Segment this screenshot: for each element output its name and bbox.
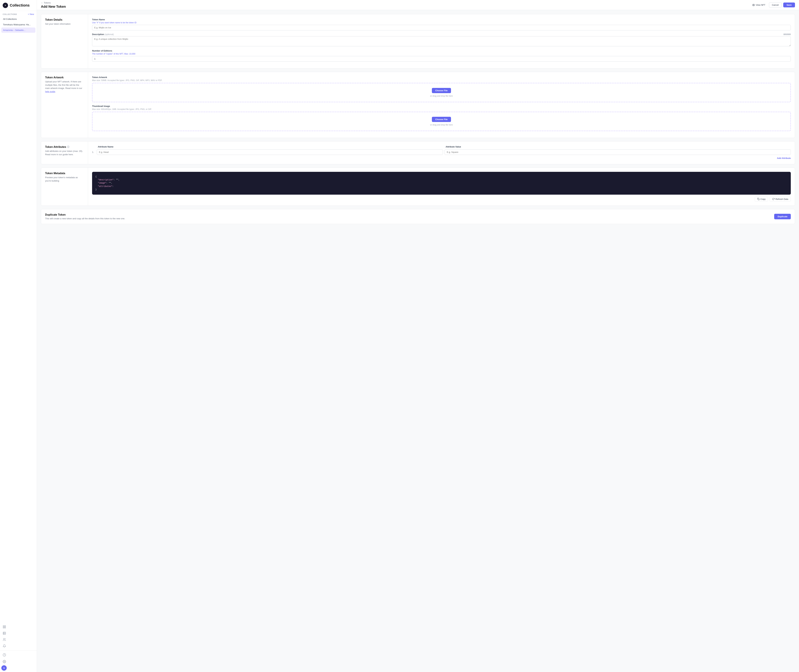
- sidebar-icon-clock[interactable]: [2, 652, 7, 658]
- token-name-input[interactable]: [92, 25, 791, 30]
- new-collection-button[interactable]: + New: [28, 13, 34, 16]
- copy-icon: [757, 198, 760, 200]
- thumbnail-drop-zone[interactable]: Choose File or drag and drop file here: [92, 112, 791, 131]
- editions-group: Number of Editions The number of "copies…: [92, 50, 791, 62]
- editions-input[interactable]: [92, 56, 791, 62]
- save-button[interactable]: Save: [783, 3, 795, 7]
- breadcrumb: ← Tokens: [41, 2, 66, 4]
- sidebar-section-header: COLLECTIONS + New: [0, 11, 37, 16]
- token-metadata-section: Token Metadata Preview your token's meta…: [41, 168, 795, 206]
- refresh-icon: [772, 198, 775, 200]
- svg-point-11: [753, 5, 754, 5]
- token-metadata-left: Token Metadata Preview your token's meta…: [41, 168, 88, 206]
- app-title: Collections: [10, 3, 30, 8]
- attr-value-col-label: Attribute Value: [446, 146, 791, 148]
- token-details-left: Token Details Set your token information: [41, 14, 88, 68]
- token-artwork-left: Token Artwork Upload your NFT artwork. I…: [41, 72, 88, 138]
- svg-rect-1: [5, 626, 6, 627]
- help-guide-link[interactable]: help guide: [45, 90, 55, 93]
- editions-label: Number of Editions: [92, 50, 791, 52]
- token-attributes-title: Token Attributes ⓘ: [45, 146, 84, 149]
- token-attributes-desc: Add attributes on your token (max: 20). …: [45, 149, 84, 156]
- svg-rect-4: [3, 632, 6, 635]
- sidebar-item-all-collections[interactable]: All Collections: [2, 16, 35, 22]
- sidebar-section-label: COLLECTIONS: [3, 13, 17, 15]
- svg-rect-2: [5, 627, 6, 628]
- top-bar: ← Tokens Add New Token View NFT Cancel S…: [37, 0, 799, 10]
- token-metadata-right: { "description": "", "image": "", "attri…: [88, 168, 795, 206]
- choose-file-thumbnail-button[interactable]: Choose File: [432, 117, 451, 122]
- token-artwork-desc: Upload your NFT artwork. If there are mu…: [45, 80, 84, 93]
- svg-point-8: [3, 638, 5, 640]
- duplicate-button[interactable]: Duplicate: [774, 214, 791, 219]
- breadcrumb-back[interactable]: ← Tokens: [41, 2, 51, 4]
- duplicate-info: Duplicate Token This will create a new t…: [45, 213, 125, 220]
- description-label: Description (optional) 800/800: [92, 33, 791, 35]
- metadata-line-1: {: [96, 175, 788, 178]
- artwork-drop-text: or drag and drop file here: [430, 95, 453, 97]
- top-bar-actions: View NFT Cancel Save: [750, 2, 795, 8]
- choose-file-artwork-button[interactable]: Choose File: [432, 88, 451, 93]
- eye-icon: [752, 4, 755, 6]
- sidebar-item-amazonia[interactable]: Amazonia – Sebastio...: [2, 27, 35, 33]
- token-details-section: Token Details Set your token information…: [41, 14, 795, 69]
- sidebar-icon-settings[interactable]: [2, 659, 7, 665]
- token-details-right: Token Name Use "#" if you want token nam…: [88, 14, 795, 68]
- token-name-group: Token Name Use "#" if you want token nam…: [92, 18, 791, 30]
- app-logo-icon: ✦: [3, 3, 8, 8]
- user-avatar[interactable]: S: [2, 665, 7, 670]
- attributes-info-icon: ⓘ: [67, 146, 69, 149]
- thumbnail-hint: Max size: 800x800px; 1MB. Accepted file …: [92, 108, 791, 110]
- duplicate-title: Duplicate Token: [45, 213, 125, 216]
- thumbnail-label: Thumbnail Image: [92, 105, 791, 107]
- artwork-label: Token Artwork: [92, 76, 791, 78]
- svg-rect-12: [758, 199, 759, 200]
- attr-name-col-label: Attribute Name: [98, 146, 443, 148]
- svg-point-10: [4, 661, 5, 662]
- metadata-line-2: "description": "",: [96, 178, 788, 182]
- sidebar-icon-grid[interactable]: [2, 624, 7, 630]
- metadata-line-5: }: [96, 188, 788, 191]
- metadata-line-3: "image": "",: [96, 182, 788, 185]
- token-artwork-section: Token Artwork Upload your NFT artwork. I…: [41, 72, 795, 138]
- token-artwork-title: Token Artwork: [45, 76, 84, 79]
- description-input[interactable]: [92, 36, 791, 46]
- description-group: Description (optional) 800/800: [92, 33, 791, 47]
- add-attribute-button[interactable]: Add Attribute: [777, 156, 791, 160]
- artwork-upload-group: Token Artwork Max size: 50MB. Accepted f…: [92, 76, 791, 102]
- sidebar-icon-table[interactable]: [2, 630, 7, 636]
- artwork-drop-zone[interactable]: Choose File or drag and drop file here: [92, 83, 791, 102]
- token-metadata-title: Token Metadata: [45, 172, 84, 175]
- sidebar-icon-users[interactable]: [2, 637, 7, 643]
- sidebar-icon-nav: [0, 622, 37, 650]
- sidebar-icon-bell[interactable]: [2, 643, 7, 649]
- sidebar: ✦ Collections COLLECTIONS + New All Coll…: [0, 0, 37, 672]
- token-attributes-section: Token Attributes ⓘ Add attributes on you…: [41, 141, 795, 164]
- refresh-data-button[interactable]: Refresh Data: [770, 197, 791, 202]
- top-bar-left: ← Tokens Add New Token: [41, 2, 66, 8]
- arrow-left-icon: ←: [41, 2, 43, 4]
- token-attributes-left: Token Attributes ⓘ Add attributes on you…: [41, 141, 88, 164]
- metadata-code-block: { "description": "", "image": "", "attri…: [92, 172, 791, 195]
- thumbnail-upload-group: Thumbnail Image Max size: 800x800px; 1MB…: [92, 105, 791, 131]
- char-count: 800/800: [783, 33, 791, 35]
- svg-rect-0: [3, 626, 4, 627]
- metadata-line-4: "attributes":: [96, 185, 788, 188]
- view-nft-button[interactable]: View NFT: [750, 3, 767, 8]
- breadcrumb-link-label: Tokens: [44, 2, 51, 4]
- token-details-title: Token Details: [45, 18, 84, 21]
- sidebar-item-tomokazu[interactable]: Tomokazu Matsuyama: Ha...: [2, 22, 35, 27]
- token-artwork-right: Token Artwork Max size: 50MB. Accepted f…: [88, 72, 795, 138]
- token-name-hint: Use "#" if you want token name to be the…: [92, 21, 791, 24]
- editions-hint: The number of "copies" of this NFT. Max:…: [92, 53, 791, 55]
- copy-button[interactable]: Copy: [755, 197, 768, 202]
- token-name-label: Token Name: [92, 18, 791, 21]
- attr-value-input-1[interactable]: [444, 149, 791, 155]
- cancel-button[interactable]: Cancel: [769, 2, 781, 8]
- thumbnail-drop-text: or drag and drop file here: [430, 124, 453, 126]
- attr-index-1: 1.: [92, 151, 95, 154]
- description-optional: (optional): [105, 33, 114, 35]
- duplicate-token-section: Duplicate Token This will create a new t…: [41, 209, 795, 224]
- svg-rect-3: [3, 627, 4, 628]
- attr-name-input-1[interactable]: [97, 149, 443, 155]
